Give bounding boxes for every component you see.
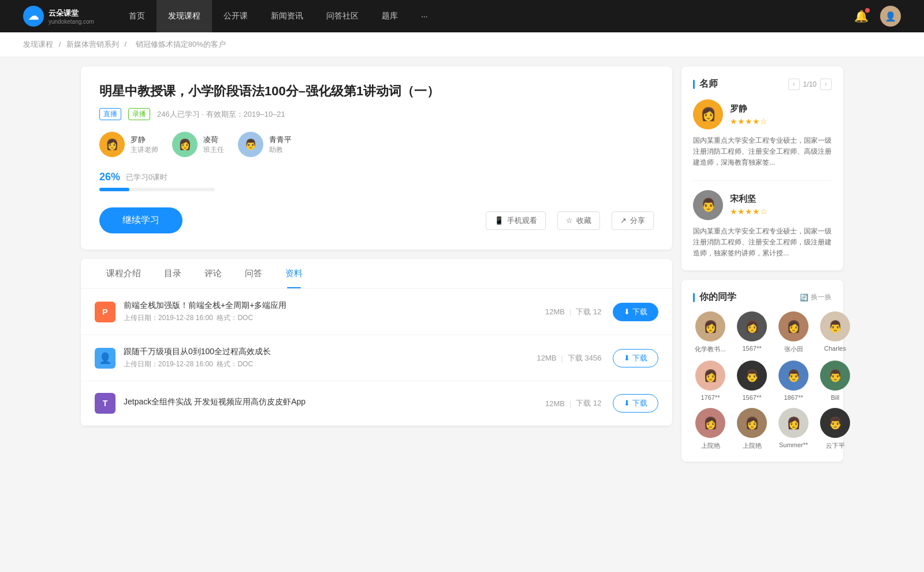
teachers-panel-title: 名师 [693,78,718,90]
teacher-avatar-1: 👩 [172,132,198,157]
teacher-0: 👩 罗静 主讲老师 [99,132,158,157]
classmates-panel-title: 你的同学 [693,291,736,303]
classmate-11[interactable]: 👨 云下平 [818,408,852,450]
classmate-1[interactable]: 👩 1567** [735,311,769,354]
teacher-1: 👩 凌荷 班主任 [172,132,224,157]
teachers-panel: 名师 ‹ 1/10 › 👩 罗静 ★★★★☆ 国 [681,66,843,270]
classmate-7[interactable]: 👨 Bill [818,361,852,401]
mobile-view-button[interactable]: 📱 手机观看 [486,211,546,230]
classmate-name-10: Summer** [776,441,811,448]
progress-desc: 已学习0课时 [126,172,167,183]
classmate-3[interactable]: 👨 Charles [818,311,852,354]
notification-bell[interactable]: 🔔 [854,9,869,23]
classmate-name-8: 上院艳 [693,441,728,450]
tab-review[interactable]: 评论 [193,259,233,288]
teacher-avatar-0: 👩 [99,132,125,157]
teacher-avatar-2: 👨 [238,132,263,157]
nav-open[interactable]: 公开课 [212,0,259,32]
tab-catalog[interactable]: 目录 [152,259,193,288]
user-avatar[interactable]: 👤 [880,6,901,27]
classmate-avatar-2: 👩 [778,311,808,341]
classmate-4[interactable]: 👩 1767** [693,361,728,401]
teacher-card-desc-0: 国内某重点大学安全工程专业硕士，国家一级注册消防工程师、注册安全工程师、高级注册… [693,135,832,169]
classmate-avatar-3: 👨 [820,311,850,341]
refresh-classmates-button[interactable]: 🔄 换一换 [800,292,832,302]
collect-button[interactable]: ☆ 收藏 [557,211,600,230]
classmate-name-9: 上院艳 [735,441,769,450]
tab-qa[interactable]: 问答 [233,259,274,288]
teacher-card-name-1: 宋利坚 [730,194,767,205]
course-meta: 直播 录播 246人已学习 · 有效期至：2019–10–21 [99,108,654,120]
teacher-name-0: 罗静 [131,135,158,145]
teachers-next-button[interactable]: › [820,79,832,90]
teacher-name-1: 凌荷 [203,135,224,145]
classmate-name-2: 张小田 [776,345,811,354]
tab-content-resource: P 前端全栈加强版！前端全栈+全周期+多端应用 上传日期：2019-12-28 … [81,289,672,426]
nav-discover[interactable]: 发现课程 [157,0,212,32]
download-button-0[interactable]: ⬇ 下载 [613,303,658,321]
classmate-name-6: 1867** [776,394,811,401]
teacher-2: 👨 青青平 助教 [238,132,292,157]
classmate-avatar-8: 👩 [695,408,725,438]
continue-learning-button[interactable]: 继续学习 [99,207,182,233]
resource-item-0: P 前端全栈加强版！前端全栈+全周期+多端应用 上传日期：2019-12-28 … [81,289,672,335]
share-button[interactable]: ↗ 分享 [612,211,654,230]
sidebar: 名师 ‹ 1/10 › 👩 罗静 ★★★★☆ 国 [681,66,843,471]
nav-news[interactable]: 新闻资讯 [259,0,315,32]
classmates-grid: 👩 化学教书... 👩 1567** 👩 张小田 👨 Charles 👩 [693,311,832,450]
nav-home[interactable]: 首页 [117,0,157,32]
tab-header: 课程介绍 目录 评论 问答 资料 [81,259,672,289]
resource-stats-1: 12MB | 下载 3456 [536,353,601,363]
teacher-role-2: 助教 [269,145,292,155]
logo-icon: ☁ [23,6,44,27]
course-tabs: 课程介绍 目录 评论 问答 资料 P 前端全栈加强版！前端全栈+全周期+多端应用… [81,259,672,426]
progress-percent: 26% [99,171,120,183]
action-buttons: 📱 手机观看 ☆ 收藏 ↗ 分享 [486,211,654,230]
teachers-page: 1/10 [803,80,817,88]
classmate-avatar-1: 👩 [737,311,767,341]
breadcrumb-series[interactable]: 新媒体营销系列 [66,40,119,49]
classmate-avatar-11: 👨 [820,408,850,438]
classmate-avatar-0: 👩 [695,311,725,341]
classmates-panel-header: 你的同学 🔄 换一换 [693,291,832,303]
resource-stats-2: 12MB | 下载 12 [545,398,601,408]
download-button-2[interactable]: ⬇ 下载 [613,394,658,413]
classmate-5[interactable]: 👨 1567** [735,361,769,401]
teacher-card-0: 👩 罗静 ★★★★☆ 国内某重点大学安全工程专业硕士，国家一级注册消防工程师、注… [693,99,832,169]
tab-intro[interactable]: 课程介绍 [95,259,152,288]
classmate-2[interactable]: 👩 张小田 [776,311,811,354]
logo-text: 云朵课堂 yundoketang.com [49,8,94,25]
classmate-avatar-6: 👨 [778,361,808,391]
teacher-card-desc-1: 国内某重点大学安全工程专业硕士，国家一级注册消防工程师、注册安全工程师，级注册建… [693,226,832,259]
header-right: 🔔 👤 [854,6,901,27]
tab-resource[interactable]: 资料 [274,259,314,288]
nav-qa[interactable]: 问答社区 [315,0,370,32]
progress-section: 26% 已学习0课时 [99,171,654,191]
nav-more[interactable]: ··· [409,0,439,32]
resource-meta-1: 上传日期：2019-12-28 16:00 格式：DOC [124,359,536,369]
classmate-name-1: 1567** [735,345,769,352]
classmate-6[interactable]: 👨 1867** [776,361,811,401]
progress-bar-fill [99,188,129,191]
download-button-1[interactable]: ⬇ 下载 [613,349,658,367]
breadcrumb-discover[interactable]: 发现课程 [23,40,53,49]
badge-record: 录播 [128,108,150,120]
classmate-9[interactable]: 👩 上院艳 [735,408,769,450]
resource-icon-2: T [95,393,116,414]
resource-item-1: 👤 跟随千万级项目从0到100全过程高效成长 上传日期：2019-12-28 1… [81,335,672,381]
teacher-card-1: 👨 宋利坚 ★★★★☆ 国内某重点大学安全工程专业硕士，国家一级注册消防工程师、… [693,190,832,259]
main-content: 明星中教授课，小学阶段语法100分–强化级第1讲动词（一） 直播 录播 246人… [81,66,672,471]
nav-quiz[interactable]: 题库 [370,0,409,32]
teacher-card-avatar-1: 👨 [693,190,723,220]
classmate-avatar-9: 👩 [737,408,767,438]
classmate-0[interactable]: 👩 化学教书... [693,311,728,354]
classmate-10[interactable]: 👩 Summer** [776,408,811,450]
divider [693,180,832,181]
classmate-name-4: 1767** [693,394,728,401]
classmate-8[interactable]: 👩 上院艳 [693,408,728,450]
logo[interactable]: ☁ 云朵课堂 yundoketang.com [23,6,94,27]
classmate-avatar-5: 👨 [737,361,767,391]
teachers-prev-button[interactable]: ‹ [788,79,800,90]
classmate-avatar-7: 👨 [820,361,850,391]
classmates-panel: 你的同学 🔄 换一换 👩 化学教书... 👩 1567** 👩 张小田 [681,280,843,462]
